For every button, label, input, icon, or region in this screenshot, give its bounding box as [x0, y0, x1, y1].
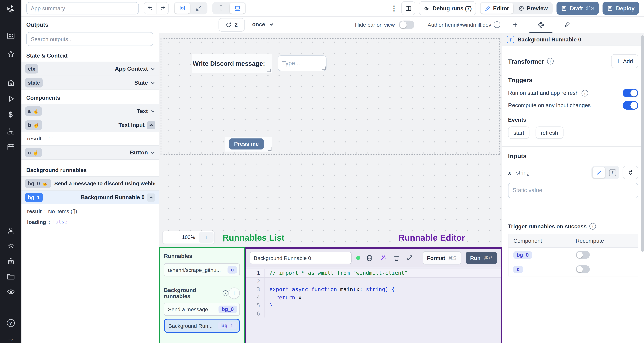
- recompute-c-toggle[interactable]: [576, 265, 590, 273]
- docs-book-button[interactable]: [402, 1, 416, 15]
- c-badge[interactable]: c: [514, 266, 523, 273]
- home-icon[interactable]: [0, 78, 21, 87]
- tab-insert-component[interactable]: +: [502, 16, 528, 33]
- undo-icon: [147, 5, 154, 12]
- scrollbar-thumb[interactable]: [641, 35, 644, 252]
- apps-grid-icon[interactable]: [0, 32, 21, 40]
- runnable-item-bg1-selected[interactable]: Background Run... bg_1: [164, 319, 240, 333]
- info-icon[interactable]: i: [582, 90, 588, 96]
- runs-play-icon[interactable]: [0, 94, 21, 103]
- run-button[interactable]: Run⌘↵: [466, 252, 497, 264]
- chevron-down-icon[interactable]: [150, 109, 155, 114]
- draft-button[interactable]: Draft⌘S: [556, 2, 599, 15]
- code-editor[interactable]: 1 // import * as wmill from "windmill-cl…: [246, 267, 500, 318]
- paintbrush-icon: [563, 21, 571, 28]
- settings-gear-icon[interactable]: [0, 242, 21, 250]
- runnable-item-scrape-github[interactable]: u/henri/scrape_githu... c: [164, 263, 240, 276]
- eval-mode-button[interactable]: f: [606, 167, 619, 178]
- collapse-arrow-icon[interactable]: →: [0, 335, 21, 343]
- help-icon[interactable]: ?: [0, 319, 21, 327]
- desktop-view-button[interactable]: [230, 3, 245, 14]
- zoom-out-button[interactable]: −: [164, 232, 178, 243]
- collapse-button[interactable]: [147, 193, 155, 202]
- hide-bar-toggle[interactable]: [399, 20, 414, 29]
- refresh-mode-dropdown[interactable]: once: [250, 18, 276, 31]
- tab-component-settings[interactable]: [528, 16, 554, 33]
- canvas-region: 2 once Hide bar on view Author henri@win…: [159, 16, 502, 343]
- output-row-c[interactable]: c☝ Button: [21, 145, 159, 160]
- deploy-button[interactable]: Deploy: [602, 2, 639, 15]
- textinput-field[interactable]: [278, 56, 326, 71]
- run-on-start-toggle[interactable]: [623, 89, 638, 97]
- connect-input-button[interactable]: [623, 166, 638, 179]
- tab-styling[interactable]: [554, 16, 580, 33]
- deploy-save-icon: [607, 5, 613, 11]
- static-value-input[interactable]: [508, 183, 638, 198]
- output-row-ctx[interactable]: ctx App Context: [21, 62, 159, 76]
- static-mode-button[interactable]: [592, 167, 606, 178]
- press-me-button[interactable]: Press me: [229, 138, 264, 149]
- zoom-in-button[interactable]: +: [199, 232, 214, 243]
- chevron-down-icon[interactable]: [150, 66, 155, 71]
- add-transformer-button[interactable]: + Add: [611, 54, 638, 68]
- recompute-bg0-toggle[interactable]: [576, 251, 590, 258]
- favorites-star-icon[interactable]: [0, 50, 21, 58]
- undo-button[interactable]: [144, 2, 156, 14]
- input-type: string: [516, 169, 530, 176]
- format-button[interactable]: Format⌘S: [422, 251, 461, 264]
- redo-button[interactable]: [156, 2, 168, 14]
- output-row-b[interactable]: b☝ Text Input: [21, 118, 159, 132]
- chevron-down-icon[interactable]: [150, 80, 155, 85]
- cache-db-button[interactable]: [365, 254, 374, 262]
- add-background-runnable-button[interactable]: +: [228, 288, 240, 299]
- output-row-state[interactable]: state State: [21, 76, 159, 90]
- user-icon[interactable]: [0, 226, 21, 235]
- search-outputs-input[interactable]: [26, 32, 153, 46]
- resize-handle[interactable]: [322, 66, 326, 70]
- schedules-calendar-icon[interactable]: [0, 143, 21, 152]
- info-icon[interactable]: i: [547, 58, 554, 64]
- mobile-view-button[interactable]: [213, 3, 229, 14]
- resize-handle[interactable]: [268, 68, 271, 72]
- ctx-badge: ctx: [25, 64, 38, 74]
- collapse-button[interactable]: [147, 121, 155, 129]
- event-chip-start[interactable]: start: [508, 126, 530, 139]
- event-chip-refresh[interactable]: refresh: [536, 126, 563, 139]
- info-icon[interactable]: i: [590, 223, 596, 230]
- windmill-logo[interactable]: [0, 4, 21, 14]
- expand-editor-button[interactable]: [405, 254, 414, 261]
- more-menu-button[interactable]: ⋮: [390, 4, 398, 12]
- audit-eye-icon[interactable]: [0, 288, 21, 296]
- info-icon[interactable]: i: [494, 21, 500, 28]
- pointer-hand-icon: ☝: [42, 180, 48, 186]
- runnable-name-input[interactable]: [250, 252, 352, 264]
- debug-runs-button[interactable]: Debug runs (7): [419, 1, 476, 15]
- folders-icon[interactable]: [0, 272, 21, 281]
- tab-preview[interactable]: Preview: [514, 3, 552, 14]
- recompute-toggle[interactable]: [623, 101, 638, 110]
- fullwidth-layout-button[interactable]: [191, 3, 206, 14]
- output-row-bg1[interactable]: bg_1 Background Runnable 0: [21, 190, 159, 204]
- tab-editor[interactable]: Editor: [480, 3, 513, 14]
- text-component[interactable]: Write Discord message:: [192, 54, 272, 73]
- canvas-area[interactable]: Write Discord message: Press me − 100% +…: [159, 33, 502, 343]
- bg0-badge[interactable]: bg_0: [514, 251, 532, 259]
- workers-robot-icon[interactable]: [0, 257, 21, 266]
- app-summary-input[interactable]: [26, 2, 139, 14]
- author-label: Author henri@windmill.devi: [428, 21, 500, 28]
- chevron-up-icon: [149, 122, 154, 128]
- variables-dollar-icon[interactable]: $: [0, 110, 21, 119]
- pencil-icon: [484, 5, 490, 11]
- ai-assist-button[interactable]: [378, 254, 387, 262]
- output-row-bg0[interactable]: bg_0☝ Send a message to discord using we…: [21, 176, 159, 190]
- refresh-icon: [226, 22, 232, 28]
- delete-runnable-button[interactable]: [392, 254, 401, 262]
- runnable-item-bg0[interactable]: Send a message... bg_0: [164, 303, 240, 316]
- center-layout-button[interactable]: [174, 3, 190, 14]
- resize-handle[interactable]: [268, 147, 272, 151]
- output-row-a[interactable]: a☝ Text: [21, 104, 159, 118]
- resources-hub-icon[interactable]: [0, 127, 21, 136]
- chevron-down-icon[interactable]: [150, 150, 155, 155]
- info-icon[interactable]: i: [222, 290, 228, 296]
- refresh-count-button[interactable]: 2: [218, 18, 245, 32]
